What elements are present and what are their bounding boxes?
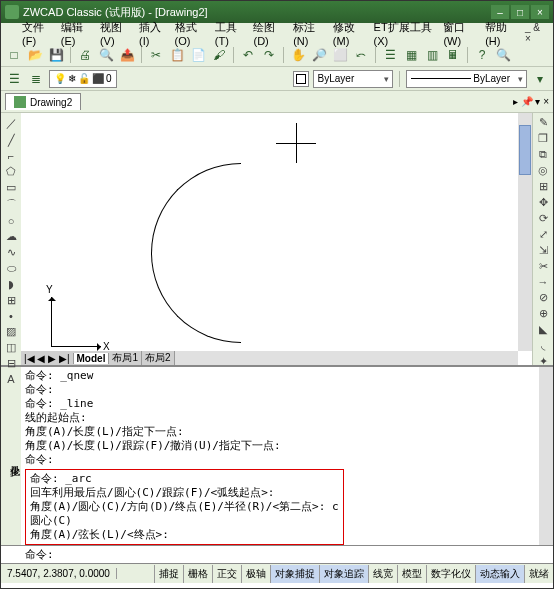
- offset-icon[interactable]: ◎: [535, 164, 551, 177]
- circle-icon[interactable]: ○: [3, 215, 19, 227]
- tab-model[interactable]: Model: [74, 353, 110, 364]
- menu-tools[interactable]: 工具(T): [211, 18, 250, 49]
- extend-icon[interactable]: →: [535, 276, 551, 288]
- scale-icon[interactable]: ⤢: [535, 228, 551, 241]
- tab-layout2[interactable]: 布局2: [142, 351, 175, 365]
- break-icon[interactable]: ⊘: [535, 291, 551, 304]
- redo-icon[interactable]: ↷: [260, 46, 278, 64]
- rect-icon[interactable]: ▭: [3, 181, 19, 194]
- save-icon[interactable]: 💾: [47, 46, 65, 64]
- menu-draw[interactable]: 绘图(D): [249, 18, 289, 49]
- linetype-dropdown[interactable]: ByLayer: [406, 70, 527, 88]
- zoom-prev-icon[interactable]: ⤺: [352, 46, 370, 64]
- copy2-icon[interactable]: ❐: [535, 132, 551, 145]
- fillet-icon[interactable]: ◟: [535, 339, 551, 352]
- mdi-buttons[interactable]: _ & ×: [521, 20, 549, 46]
- rotate-icon[interactable]: ⟳: [535, 212, 551, 225]
- move-icon[interactable]: ✥: [535, 196, 551, 209]
- layer-state-icon[interactable]: ≣: [27, 70, 45, 88]
- status-3[interactable]: 极轴: [241, 565, 270, 583]
- highlighted-commands: 命令: _arc 回车利用最后点/圆心(C)/跟踪(F)/<弧线起点>: 角度(…: [25, 469, 344, 545]
- menu-window[interactable]: 窗口(W): [439, 18, 481, 49]
- text-icon[interactable]: A: [3, 373, 19, 385]
- layer-dropdown[interactable]: 💡 ❄ 🔓 ⬛ 0: [49, 70, 117, 88]
- match-icon[interactable]: 🖌: [210, 46, 228, 64]
- block-icon[interactable]: ⊞: [3, 294, 19, 307]
- xline-icon[interactable]: ╱: [3, 134, 19, 147]
- chamfer-icon[interactable]: ◣: [535, 323, 551, 336]
- tab-layout1[interactable]: 布局1: [109, 351, 142, 365]
- menu-dim[interactable]: 标注(N): [289, 18, 329, 49]
- color-dropdown[interactable]: ByLayer: [313, 70, 393, 88]
- dc-icon[interactable]: ▦: [402, 46, 420, 64]
- menu-format[interactable]: 格式(O): [171, 18, 211, 49]
- status-0[interactable]: 捕捉: [154, 565, 183, 583]
- tp-icon[interactable]: ▥: [423, 46, 441, 64]
- status-5[interactable]: 对象追踪: [319, 565, 368, 583]
- drawing-canvas[interactable]: YX |◀ ◀ ▶ ▶| Model 布局1 布局2: [21, 113, 533, 365]
- spline-icon[interactable]: ∿: [3, 246, 19, 259]
- scrollbar-vertical[interactable]: [518, 113, 532, 351]
- table-icon[interactable]: ⊟: [3, 357, 19, 370]
- help-icon[interactable]: ?: [473, 46, 491, 64]
- ltscale-icon[interactable]: ▾: [531, 70, 549, 88]
- publish-icon[interactable]: 📤: [118, 46, 136, 64]
- command-line[interactable]: 命令:: [1, 545, 553, 563]
- status-4[interactable]: 对象捕捉: [270, 565, 319, 583]
- status-7[interactable]: 模型: [397, 565, 426, 583]
- doc-tab-active[interactable]: Drawing2: [5, 93, 81, 110]
- menu-edit[interactable]: 编辑(E): [57, 18, 96, 49]
- revcloud-icon[interactable]: ☁: [3, 230, 19, 243]
- layer-mgr-icon[interactable]: ☰: [5, 70, 23, 88]
- print-icon[interactable]: 🖨: [76, 46, 94, 64]
- color-swatch[interactable]: [293, 71, 309, 87]
- line-icon[interactable]: ／: [3, 116, 19, 131]
- menu-et[interactable]: ET扩展工具(X): [370, 18, 440, 49]
- tab-nav[interactable]: |◀ ◀ ▶ ▶|: [21, 353, 74, 364]
- find-icon[interactable]: 🔍: [494, 46, 512, 64]
- status-2[interactable]: 正交: [212, 565, 241, 583]
- cmd-scrollbar[interactable]: [539, 367, 553, 545]
- point-icon[interactable]: •: [3, 310, 19, 322]
- erase-icon[interactable]: ✎: [535, 116, 551, 129]
- ellarc-icon[interactable]: ◗: [3, 278, 19, 291]
- join-icon[interactable]: ⊕: [535, 307, 551, 320]
- menu-insert[interactable]: 插入(I): [135, 18, 171, 49]
- menu-help[interactable]: 帮助(H): [481, 18, 521, 49]
- preview-icon[interactable]: 🔍: [97, 46, 115, 64]
- pline-icon[interactable]: ⌐: [3, 150, 19, 162]
- trim-icon[interactable]: ✂: [535, 260, 551, 273]
- hatch-icon[interactable]: ▨: [3, 325, 19, 338]
- pan-icon[interactable]: ✋: [289, 46, 307, 64]
- status-8[interactable]: 数字化仪: [426, 565, 475, 583]
- zoom-win-icon[interactable]: ⬜: [331, 46, 349, 64]
- menu-file[interactable]: 文件(F): [18, 18, 57, 49]
- arc-icon[interactable]: ⌒: [3, 197, 19, 212]
- status-9[interactable]: 动态输入: [475, 565, 524, 583]
- coordinates[interactable]: 7.5407, 2.3807, 0.0000: [1, 568, 117, 579]
- ellipse-icon[interactable]: ⬭: [3, 262, 19, 275]
- zoom-rt-icon[interactable]: 🔎: [310, 46, 328, 64]
- menu-modify[interactable]: 修改(M): [329, 18, 370, 49]
- cut-icon[interactable]: ✂: [147, 46, 165, 64]
- props-icon[interactable]: ☰: [381, 46, 399, 64]
- undo-icon[interactable]: ↶: [239, 46, 257, 64]
- status-6[interactable]: 线宽: [368, 565, 397, 583]
- tab-controls[interactable]: ▸ 📌 ▾ ×: [513, 96, 549, 107]
- paste-icon[interactable]: 📄: [189, 46, 207, 64]
- array-icon[interactable]: ⊞: [535, 180, 551, 193]
- stretch-icon[interactable]: ⇲: [535, 244, 551, 257]
- model-tabs-bar[interactable]: |◀ ◀ ▶ ▶| Model 布局1 布局2: [21, 351, 518, 365]
- open-icon[interactable]: 📂: [26, 46, 44, 64]
- copy-icon[interactable]: 📋: [168, 46, 186, 64]
- region-icon[interactable]: ◫: [3, 341, 19, 354]
- polygon-icon[interactable]: ⬠: [3, 165, 19, 178]
- menu-view[interactable]: 视图(V): [96, 18, 135, 49]
- calc-icon[interactable]: 🖩: [444, 46, 462, 64]
- new-icon[interactable]: □: [5, 46, 23, 64]
- cmd-side-label[interactable]: 最少化: [1, 367, 21, 545]
- status-1[interactable]: 栅格: [183, 565, 212, 583]
- status-10[interactable]: 就绪: [524, 565, 553, 583]
- close-button[interactable]: ×: [531, 5, 549, 19]
- mirror-icon[interactable]: ⧉: [535, 148, 551, 161]
